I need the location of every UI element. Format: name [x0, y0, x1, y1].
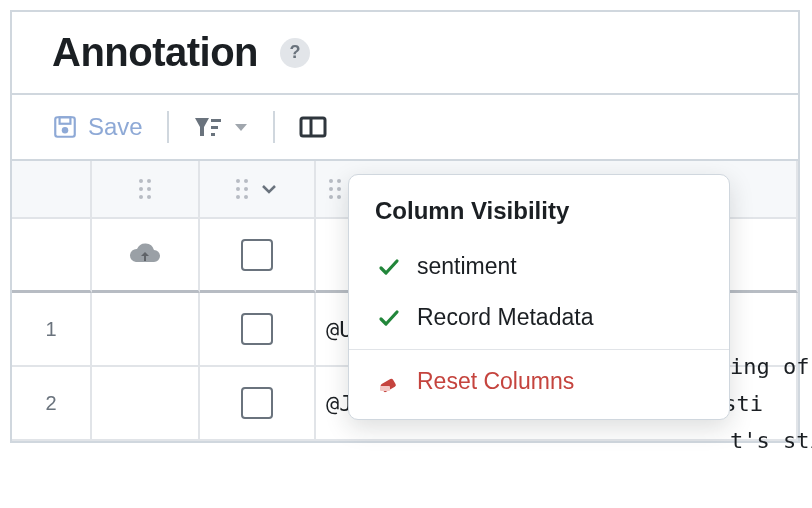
svg-point-10 — [139, 179, 143, 183]
row-checkbox[interactable] — [200, 293, 316, 367]
eraser-icon — [377, 370, 401, 394]
svg-marker-3 — [195, 118, 209, 136]
save-label: Save — [88, 113, 143, 141]
page-title: Annotation — [52, 30, 258, 75]
column-visibility-popover: Column Visibility sentiment Record Metad… — [348, 174, 730, 420]
svg-point-20 — [236, 195, 240, 199]
svg-point-26 — [329, 195, 333, 199]
svg-point-11 — [147, 179, 151, 183]
checkbox-icon — [241, 313, 273, 345]
column-toggle-record-metadata[interactable]: Record Metadata — [367, 292, 711, 343]
column-toggle-sentiment[interactable]: sentiment — [367, 241, 711, 292]
svg-point-13 — [147, 187, 151, 191]
column-toggle-label: sentiment — [417, 253, 517, 280]
svg-point-2 — [62, 127, 69, 134]
header-cell-upload[interactable] — [92, 161, 200, 219]
cloud-upload-icon — [128, 242, 162, 268]
filter-button[interactable] — [183, 108, 259, 146]
toolbar-divider — [167, 111, 169, 143]
drag-handle-icon[interactable] — [328, 178, 342, 200]
page-header: Annotation ? — [12, 12, 798, 95]
checkbox-icon — [241, 387, 273, 419]
save-button[interactable]: Save — [42, 107, 153, 147]
row-upload-cell — [92, 367, 200, 441]
svg-point-18 — [236, 187, 240, 191]
svg-point-22 — [329, 179, 333, 183]
reset-columns-label: Reset Columns — [417, 368, 574, 395]
svg-point-17 — [244, 179, 248, 183]
svg-point-19 — [244, 187, 248, 191]
popover-divider — [349, 349, 729, 350]
row-number: 1 — [45, 318, 56, 341]
svg-point-25 — [337, 187, 341, 191]
toolbar-divider — [273, 111, 275, 143]
subheader-cell-index — [12, 219, 92, 293]
svg-point-24 — [329, 187, 333, 191]
svg-point-21 — [244, 195, 248, 199]
caret-down-icon — [233, 119, 249, 135]
check-icon — [377, 306, 401, 330]
svg-rect-4 — [211, 119, 221, 122]
filter-icon — [193, 114, 223, 140]
row-index: 2 — [12, 367, 92, 441]
columns-button[interactable] — [289, 109, 337, 145]
row-number: 2 — [45, 392, 56, 415]
checkbox-icon — [241, 239, 273, 271]
toolbar: Save — [12, 95, 798, 159]
subheader-cell-upload[interactable] — [92, 219, 200, 293]
check-icon — [377, 255, 401, 279]
column-toggle-label: Record Metadata — [417, 304, 593, 331]
popover-title: Column Visibility — [375, 197, 703, 225]
svg-rect-1 — [60, 117, 71, 124]
svg-rect-6 — [211, 133, 215, 136]
help-icon[interactable]: ? — [280, 38, 310, 68]
svg-rect-8 — [301, 118, 325, 136]
reset-columns-button[interactable]: Reset Columns — [367, 356, 711, 407]
overflow-text-2: t's sti — [730, 428, 812, 453]
drag-handle-icon[interactable] — [138, 178, 152, 200]
svg-rect-29 — [380, 386, 390, 391]
svg-point-23 — [337, 179, 341, 183]
svg-rect-5 — [211, 126, 218, 129]
svg-marker-7 — [235, 124, 247, 131]
drag-handle-icon[interactable] — [235, 178, 249, 200]
row-index: 1 — [12, 293, 92, 367]
select-all-checkbox[interactable] — [200, 219, 316, 293]
chevron-down-icon[interactable] — [259, 179, 279, 199]
overflow-text-1: ing of — [730, 354, 809, 379]
svg-point-16 — [236, 179, 240, 183]
svg-point-14 — [139, 195, 143, 199]
row-upload-cell — [92, 293, 200, 367]
svg-point-27 — [337, 195, 341, 199]
svg-point-12 — [139, 187, 143, 191]
header-cell-select[interactable] — [200, 161, 316, 219]
row-checkbox[interactable] — [200, 367, 316, 441]
save-icon — [52, 114, 78, 140]
svg-point-15 — [147, 195, 151, 199]
header-cell-index — [12, 161, 92, 219]
columns-icon — [299, 115, 327, 139]
